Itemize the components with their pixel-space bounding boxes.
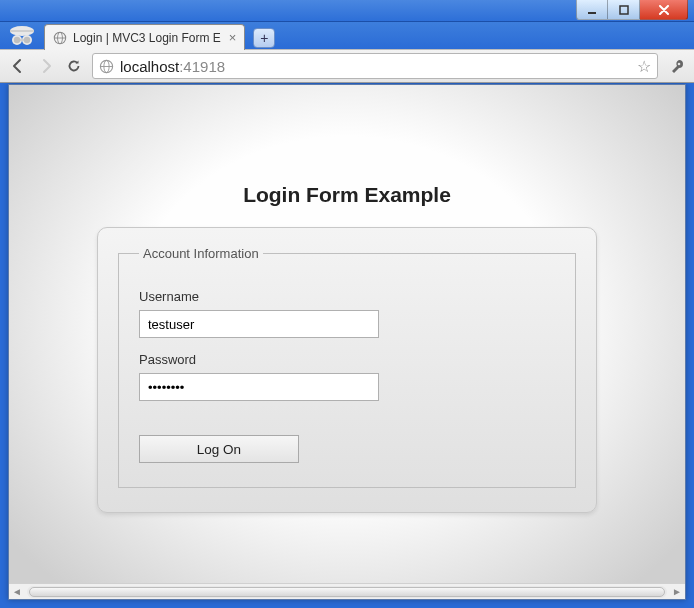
browser-tab[interactable]: Login | MVC3 Login Form E × xyxy=(44,24,245,50)
svg-point-7 xyxy=(24,37,30,43)
svg-rect-0 xyxy=(588,12,596,14)
svg-point-15 xyxy=(678,63,681,66)
maximize-icon xyxy=(619,5,629,15)
tab-close-button[interactable]: × xyxy=(227,30,239,45)
log-on-button[interactable]: Log On xyxy=(139,435,299,463)
address-bar[interactable]: localhost:41918 ☆ xyxy=(92,53,658,79)
tab-title: Login | MVC3 Login Form E xyxy=(73,31,221,45)
reload-button[interactable] xyxy=(64,56,84,76)
wrench-icon xyxy=(668,58,684,74)
reload-icon xyxy=(66,58,82,74)
forward-button[interactable] xyxy=(36,56,56,76)
new-tab-button[interactable]: + xyxy=(253,28,275,48)
arrow-right-icon xyxy=(38,58,54,74)
arrow-left-icon xyxy=(10,58,26,74)
fieldset-legend: Account Information xyxy=(139,246,263,261)
svg-rect-8 xyxy=(20,39,24,41)
page-viewport: Login Form Example Account Information U… xyxy=(8,84,686,600)
password-input[interactable] xyxy=(139,373,379,401)
svg-rect-1 xyxy=(620,6,628,14)
scrollbar-thumb[interactable] xyxy=(29,587,665,597)
window-maximize-button[interactable] xyxy=(608,0,640,20)
back-button[interactable] xyxy=(8,56,28,76)
password-label: Password xyxy=(139,352,555,367)
page-body: Login Form Example Account Information U… xyxy=(9,85,685,599)
page-heading: Login Form Example xyxy=(9,183,685,207)
globe-icon xyxy=(99,59,114,74)
scroll-left-icon[interactable]: ◄ xyxy=(9,584,25,600)
address-host: localhost xyxy=(120,58,179,75)
browser-menu-button[interactable] xyxy=(666,56,686,76)
bookmark-star-icon[interactable]: ☆ xyxy=(637,57,651,76)
scroll-right-icon[interactable]: ► xyxy=(669,584,685,600)
username-input[interactable] xyxy=(139,310,379,338)
account-fieldset: Account Information Username Password Lo… xyxy=(118,246,576,488)
window-close-button[interactable] xyxy=(640,0,688,20)
scrollbar-track[interactable] xyxy=(27,586,667,598)
window-titlebar xyxy=(0,0,694,22)
address-text: localhost:41918 xyxy=(120,58,631,75)
incognito-icon xyxy=(4,22,40,50)
plus-icon: + xyxy=(260,30,268,46)
tab-strip: Login | MVC3 Login Form E × + xyxy=(0,22,694,50)
username-label: Username xyxy=(139,289,555,304)
address-port: :41918 xyxy=(179,58,225,75)
minimize-icon xyxy=(587,5,597,15)
close-icon xyxy=(658,5,670,15)
browser-toolbar: localhost:41918 ☆ xyxy=(0,49,694,83)
login-card: Account Information Username Password Lo… xyxy=(97,227,597,513)
page-favicon-icon xyxy=(53,31,67,45)
window-buttons xyxy=(576,0,688,20)
svg-rect-3 xyxy=(10,30,34,32)
window-minimize-button[interactable] xyxy=(576,0,608,20)
svg-point-6 xyxy=(14,37,20,43)
horizontal-scrollbar[interactable]: ◄ ► xyxy=(9,583,685,599)
